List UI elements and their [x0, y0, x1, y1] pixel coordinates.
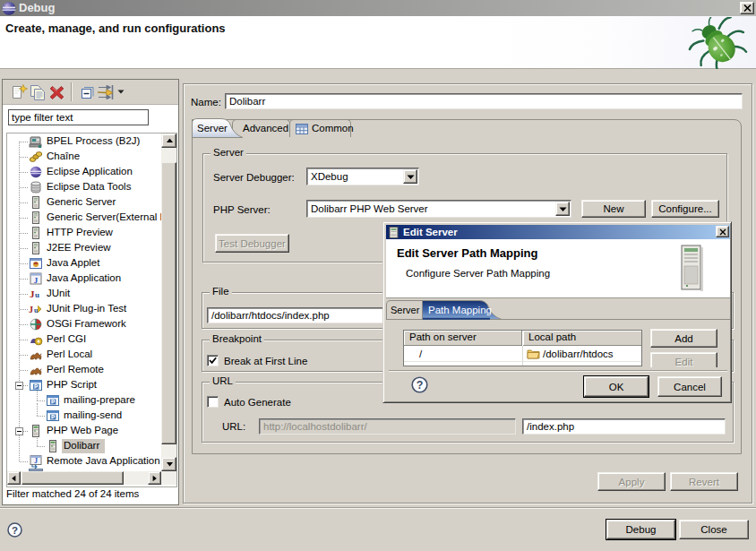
svg-text:J: J — [29, 305, 33, 314]
svg-text:u: u — [35, 290, 39, 299]
svg-text:J: J — [34, 457, 38, 465]
svg-text:J: J — [34, 276, 39, 285]
svg-text:?: ? — [417, 379, 424, 392]
svg-text:?: ? — [12, 525, 18, 536]
